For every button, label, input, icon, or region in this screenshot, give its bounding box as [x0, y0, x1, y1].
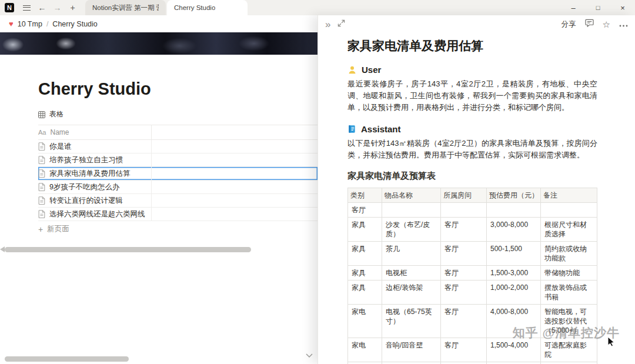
budget-row: 家电 音响/回音壁 客厅 1,500-4,000 可选配家庭影院	[348, 338, 597, 362]
new-page-button[interactable]: + 新页面	[38, 221, 317, 237]
cell-item: 沙发（布艺/皮质）	[382, 218, 441, 242]
section-label: 客厅	[348, 203, 382, 218]
title-cell[interactable]: 转变让直行的设计逻辑	[38, 194, 152, 207]
budget-table-title: 家具家电清单及预算表	[347, 171, 597, 182]
breadcrumb-page[interactable]: Cherry Studio	[52, 20, 97, 28]
page-icon	[38, 156, 45, 164]
scroll-down-chevron-icon[interactable]	[306, 349, 313, 360]
budget-row: 家具 沙发（布艺/皮质） 客厅 3,000-8,000 根据尺寸和材质选择	[348, 218, 597, 242]
budget-row: 家电 扫地机器人 全屋 2,000-4,000 基础清洁需求	[348, 362, 597, 364]
assistant-message: 以下是针对143㎡精装房（4室2厅2卫）的家具家电清单及预算，按房间分类，并标注…	[347, 138, 597, 161]
cell-category: 家具	[348, 280, 382, 305]
tab-notion-course[interactable]: Notion实训营 第一期 营销计	[85, 0, 166, 15]
col-header: 备注	[541, 188, 597, 203]
cell-room: 客厅	[441, 266, 487, 280]
cell-cost: 1,000-2,000	[487, 280, 541, 305]
page-icon	[38, 183, 45, 191]
new-tab-button[interactable]: +	[66, 1, 79, 14]
new-page-label: 新页面	[47, 224, 69, 234]
tab-label: Notion实训营 第一期 营销计	[92, 4, 159, 12]
cell-category: 家具	[348, 218, 382, 242]
tab-cherry-studio[interactable]: Cherry Studio	[167, 0, 248, 15]
favorite-star-icon[interactable]: ☆	[603, 20, 610, 29]
cell-category: 家电	[348, 338, 382, 362]
maximize-button[interactable]: □	[586, 0, 610, 15]
title-cell[interactable]: 家具家电清单及费用估算	[38, 167, 152, 180]
table-row[interactable]: 选择六类网线还是超六类网线	[38, 208, 317, 221]
title-cell[interactable]: 你是谁	[38, 140, 152, 153]
cell-item: 扫地机器人	[382, 362, 441, 364]
title-cell[interactable]: 培养孩子独立自主习惯	[38, 153, 152, 166]
close-peek-icon[interactable]: »	[325, 19, 330, 29]
cell-category: 家具	[348, 266, 382, 280]
share-button[interactable]: 分享	[562, 19, 576, 29]
title-cell[interactable]: 选择六类网线还是超六类网线	[38, 208, 152, 221]
plus-icon: +	[38, 225, 43, 234]
cell-item: 音响/回音壁	[382, 338, 441, 362]
breadcrumb: ♥ 10 Tmp / Cherry Studio	[0, 15, 317, 32]
cell-item: 边柜/装饰架	[382, 280, 441, 305]
close-button[interactable]: ×	[610, 0, 635, 15]
more-options-icon[interactable]	[619, 19, 628, 29]
expand-page-icon[interactable]	[337, 19, 345, 29]
cell-cost: 1,500-4,000	[487, 338, 541, 362]
property-name-label: Name	[50, 128, 69, 136]
cell-category: 家电	[348, 305, 382, 338]
title-cell[interactable]: 9岁孩子不吃肉怎么办	[38, 181, 152, 193]
cell-cost: 3,000-8,000	[487, 218, 541, 242]
view-tab-table[interactable]: 表格	[38, 109, 317, 125]
table-row[interactable]: 9岁孩子不吃肉怎么办	[38, 181, 317, 194]
property-header-name[interactable]: Aa Name	[38, 125, 152, 139]
back-button[interactable]: ←	[35, 1, 49, 14]
row-title: 培养孩子独立自主习惯	[49, 155, 123, 165]
cell-cost: 2,000-4,000	[487, 362, 541, 364]
cell-item: 电视（65-75英寸）	[382, 305, 441, 338]
cell-cost: 500-1,500	[487, 242, 541, 266]
table-row[interactable]: 转变让直行的设计逻辑	[38, 194, 317, 208]
page-icon	[38, 196, 45, 205]
menu-button[interactable]	[20, 1, 34, 14]
row-title: 转变让直行的设计逻辑	[49, 196, 123, 206]
budget-header-row: 类别 物品名称 所属房间 预估费用（元） 备注	[348, 188, 597, 203]
table-row-selected[interactable]: 家具家电清单及费用估算	[38, 167, 317, 181]
user-message: 最近要装修房子，房子143平，4室2厅2卫，是精装房，有地板、中央空调、地暖和新…	[347, 78, 597, 113]
placeholder-bar	[5, 247, 251, 252]
peek-panel: » 分享 ☆ 家具家电清单及费用估算 User	[317, 15, 635, 364]
assistant-heading-label: Assistant	[361, 124, 401, 134]
page-icon	[38, 169, 45, 178]
breadcrumb-workspace[interactable]: 10 Tmp	[18, 20, 42, 28]
forward-button[interactable]: →	[51, 1, 64, 14]
cover-image[interactable]	[0, 32, 317, 55]
view-tab-label: 表格	[49, 109, 63, 119]
cell-category: 家电	[348, 362, 382, 364]
minimize-button[interactable]: –	[561, 0, 586, 15]
cell-note: 带储物功能	[541, 266, 597, 280]
peek-topbar: » 分享 ☆	[318, 15, 635, 33]
page-icon	[38, 210, 45, 218]
assistant-book-icon	[347, 125, 356, 133]
budget-row: 家具 边柜/装饰架 客厅 1,000-2,000 摆放装饰品或书籍	[348, 280, 597, 305]
user-avatar-icon	[347, 65, 357, 75]
table-view-icon	[38, 111, 45, 118]
comments-icon[interactable]	[585, 19, 594, 29]
cell-cost: 1,500-3,000	[487, 266, 541, 280]
page-icon	[38, 142, 45, 151]
col-header: 物品名称	[382, 188, 441, 203]
heart-icon: ♥	[9, 19, 14, 28]
table-row[interactable]: 培养孩子独立自主习惯	[38, 153, 317, 167]
budget-row: 家具 电视柜 客厅 1,500-3,000 带储物功能	[348, 266, 597, 280]
window-controls: – □ ×	[561, 0, 635, 15]
mouse-cursor-icon	[607, 336, 615, 349]
text-property-icon: Aa	[38, 129, 46, 136]
titlebar: N ← → + Notion实训营 第一期 营销计 Cherry Studio …	[0, 0, 635, 15]
cell-room: 全屋	[441, 362, 487, 364]
notion-logo-icon[interactable]: N	[5, 3, 14, 12]
user-heading: User	[347, 65, 597, 75]
cell-item: 茶几	[382, 242, 441, 266]
col-header: 类别	[348, 188, 382, 203]
col-header: 预估费用（元）	[487, 188, 541, 203]
table-row[interactable]: 你是谁	[38, 140, 317, 153]
cell-note: 摆放装饰品或书籍	[541, 280, 597, 305]
row-title: 选择六类网线还是超六类网线	[49, 209, 145, 219]
peek-topbar-right: 分享 ☆	[562, 19, 628, 29]
